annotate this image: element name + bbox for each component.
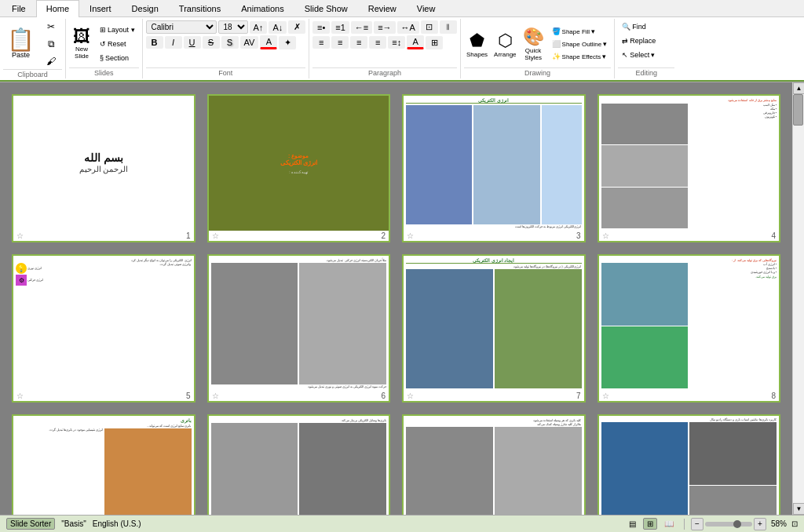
decrease-indent-button[interactable]: ←≡ (351, 21, 372, 34)
font-size-select[interactable]: 18 (218, 20, 248, 34)
vertical-scrollbar[interactable]: ▲ ▼ (792, 82, 804, 515)
star-icon-7[interactable]: ☆ (407, 392, 414, 400)
zoom-handle[interactable] (733, 520, 741, 528)
paste-button[interactable]: 📋 Paste (3, 27, 38, 61)
smartart-button[interactable]: ⊞ (426, 36, 443, 49)
slide-item-11[interactable]: کلید باتری که هر وسیله استفاده می‌شود مل… (402, 414, 586, 515)
arrange-button[interactable]: ⬡ Arrange (492, 28, 518, 60)
line-spacing-button[interactable]: ≡↕ (388, 36, 405, 49)
copy-button[interactable]: ⧉ (40, 36, 62, 52)
tab-view[interactable]: View (407, 0, 446, 16)
slide-item-8[interactable]: نیروگاه‌هایی که برق تولید می‌کنند از : •… (598, 254, 781, 403)
replace-button[interactable]: ⇄ Replace (618, 35, 674, 47)
slide-item-10[interactable]: باتری‌ها وسایل الکتریکی بی‌نیاز می‌کند. … (207, 414, 391, 515)
shapes-button[interactable]: ⬟ Shapes (464, 28, 490, 60)
slide-item-1[interactable]: بسم الله الرحمن الرحيم ☆ 1 (12, 94, 196, 242)
slide-item-3[interactable]: انرژی الکتریکی انرژی الکتریکی انرژی مربو… (402, 94, 586, 242)
slide-9-lefttext: انرژی شیمیایی موجود در باتری‌ها تبدیل گر… (16, 428, 103, 515)
slide-2-presenter: تهیه کننده : (289, 169, 308, 174)
editing-label: Editing (618, 67, 674, 77)
new-slide-button[interactable]: 🖼 NewSlide (69, 26, 94, 62)
shape-outline-button[interactable]: ⬜ Shape Outline ▾ (548, 38, 612, 49)
font-color-button[interactable]: A (260, 35, 277, 49)
tab-insert[interactable]: Insert (79, 0, 122, 16)
format-painter-button[interactable]: 🖌 (40, 53, 62, 69)
tab-transitions[interactable]: Transitions (169, 0, 231, 16)
slide-item-2[interactable]: موضوع : انرژی الکتریکی تهیه کننده : ☆ 2 (207, 94, 391, 242)
tab-animations[interactable]: Animations (231, 0, 294, 16)
slide-item-7[interactable]: ایجاد انرژی الکتریکی انرژی الکتریکی (در … (402, 254, 586, 403)
strikethrough-button[interactable]: S (203, 36, 220, 49)
zoom-out-button[interactable]: − (691, 518, 704, 530)
slide-sorter-button[interactable]: Slide Sorter (6, 518, 55, 530)
slide-7-title: ایجاد انرژی الکتریکی (406, 258, 582, 264)
italic-button[interactable]: I (165, 36, 182, 49)
bold-button[interactable]: B (146, 36, 163, 49)
slide-item-12[interactable]: کاربرد باتری‌ها: ماشین اسباب بازی و دستگ… (598, 414, 781, 515)
align-text-button[interactable]: ⊡ (421, 20, 438, 34)
find-button[interactable]: 🔍 Find (618, 20, 674, 33)
main-area: بسم الله الرحمن الرحيم ☆ 1 موضوع : انرژی… (0, 82, 804, 515)
scroll-up-button[interactable]: ▲ (793, 82, 804, 94)
underline-button[interactable]: U (184, 36, 201, 49)
normal-view-button[interactable]: ▤ (625, 518, 640, 530)
highlight-button[interactable]: ✦ (279, 36, 296, 49)
shape-fill-button[interactable]: 🪣 Shape Fill ▾ (548, 26, 612, 37)
scroll-thumb[interactable] (793, 94, 803, 126)
section-icon: § (100, 54, 104, 62)
star-icon-1[interactable]: ☆ (16, 231, 24, 240)
numbering-button[interactable]: ≡1 (331, 21, 349, 34)
star-icon-3[interactable]: ☆ (407, 231, 414, 240)
shape-effects-button[interactable]: ✨ Shape Effects ▾ (548, 51, 612, 62)
slide-9-title: باتری (16, 418, 192, 423)
scroll-down-button[interactable]: ▼ (793, 503, 804, 515)
basis-label[interactable]: "Basis" (61, 519, 86, 528)
cut-button[interactable]: ✂ (40, 19, 62, 35)
increase-font-button[interactable]: A↑ (250, 21, 268, 34)
align-left-button[interactable]: ≡ (312, 36, 330, 49)
justify-button[interactable]: ≡ (369, 36, 386, 49)
quick-styles-button[interactable]: 🎨 QuickStyles (521, 24, 546, 64)
decrease-font-button[interactable]: A↓ (269, 21, 287, 34)
star-icon-6[interactable]: ☆ (212, 392, 219, 400)
tab-slideshow[interactable]: Slide Show (294, 0, 358, 16)
reset-button[interactable]: ↺ Reset (96, 38, 139, 50)
font-color2-button[interactable]: A (407, 35, 424, 49)
slide-item-5[interactable]: انرژی الکتریکی را می‌توان به انواع دیگر … (12, 254, 196, 403)
slide-4-img2 (601, 145, 689, 186)
bullets-button[interactable]: ≡• (312, 21, 330, 34)
increase-indent-button[interactable]: ≡→ (374, 21, 395, 34)
star-icon-5[interactable]: ☆ (16, 392, 24, 400)
slide-item-9[interactable]: باتری باتری: منابع انرژی است که می‌تواند… (12, 414, 196, 515)
tab-home[interactable]: Home (36, 0, 79, 17)
text-direction-button[interactable]: ↔A (397, 21, 419, 34)
clear-format-button[interactable]: ✗ (288, 20, 305, 34)
zoom-in-button[interactable]: + (754, 518, 766, 530)
align-right-button[interactable]: ≡ (350, 36, 367, 49)
language-label[interactable]: English (U.S.) (93, 519, 141, 528)
section-button[interactable]: § Section (96, 52, 139, 64)
layout-button[interactable]: ⊞ Layout ▾ (96, 24, 139, 36)
fit-button[interactable]: ⊡ (791, 519, 798, 528)
star-icon-4[interactable]: ☆ (602, 231, 609, 240)
char-spacing-button[interactable]: AV (240, 36, 259, 49)
zoom-slider[interactable] (705, 522, 752, 527)
slide-item-6[interactable]: مثلاً جریان الکتریسیته انرژی حرکتی تبدیل… (207, 254, 391, 403)
tab-file[interactable]: File (2, 0, 36, 16)
shadow-button[interactable]: S (221, 36, 239, 49)
tab-review[interactable]: Review (358, 0, 407, 16)
star-icon-8[interactable]: ☆ (602, 392, 609, 400)
align-center-button[interactable]: ≡ (331, 36, 349, 49)
star-icon-2[interactable]: ☆ (212, 231, 219, 240)
select-button[interactable]: ↖ Select ▾ (618, 49, 674, 61)
scroll-track[interactable] (793, 94, 804, 503)
slide-sorter-view-button[interactable]: ⊞ (643, 518, 657, 530)
slides-panel[interactable]: بسم الله الرحمن الرحيم ☆ 1 موضوع : انرژی… (0, 82, 792, 515)
reading-view-button[interactable]: 📖 (660, 518, 678, 530)
slide-thumb-9: باتری باتری: منابع انرژی است که می‌تواند… (13, 416, 194, 515)
columns-button[interactable]: ⫴ (440, 20, 457, 34)
font-family-select[interactable]: Calibri (146, 20, 217, 34)
tab-design[interactable]: Design (122, 0, 169, 16)
format-painter-icon: 🖌 (46, 56, 56, 67)
slide-item-4[interactable]: منابع بیشتر برق از خانه استفاده می‌شود •… (598, 94, 781, 242)
